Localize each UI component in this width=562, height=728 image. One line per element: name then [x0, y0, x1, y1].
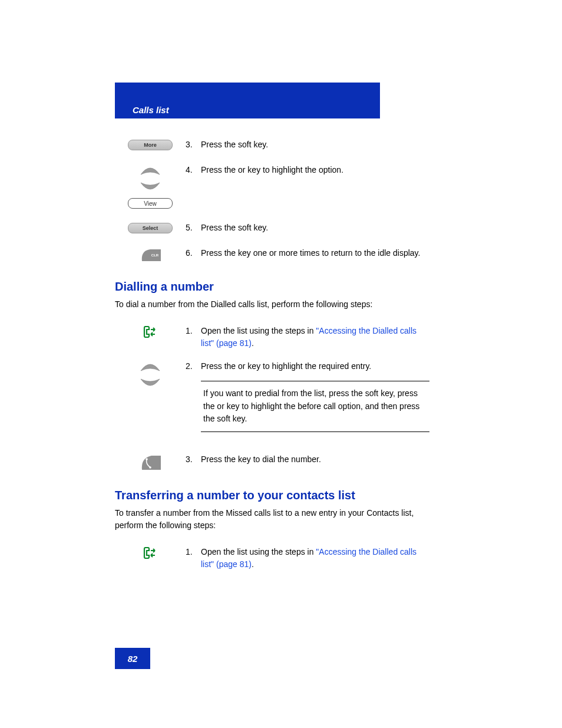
step-row: CLR 6. Press the key one or more times t… [115, 247, 447, 262]
step-number: 3. [186, 453, 201, 466]
transfer-intro: To transfer a number from the Missed cal… [115, 507, 447, 532]
step-text: Press the soft key. [201, 222, 447, 234]
view-softkey-icon: View [128, 198, 173, 209]
clr-key-icon: CLR [138, 248, 162, 262]
step-text: Open the list using the steps in "Access… [201, 546, 447, 571]
step-number: 1. [186, 325, 201, 337]
transfer-heading: Transferring a number to your contacts l… [115, 489, 447, 502]
step-number: 3. [186, 139, 201, 151]
svg-point-1 [146, 458, 148, 460]
step-row: 1. Open the list using the steps in "Acc… [115, 325, 447, 350]
call-key-icon [138, 454, 162, 471]
step-text: Press the key to dial the number. [201, 453, 447, 466]
dialled-calls-icon [142, 326, 158, 338]
dialling-heading: Dialling a number [115, 280, 447, 294]
svg-point-2 [149, 466, 151, 469]
page-header: Calls list [115, 83, 380, 118]
page-number: 82 [115, 648, 150, 669]
step-number: 4. [186, 164, 201, 176]
dialling-steps: 1. Open the list using the steps in "Acc… [115, 325, 447, 471]
dialled-calls-icon [142, 547, 158, 559]
step-row: 2. Press the or key to highlight the req… [115, 360, 447, 443]
step-number: 2. [186, 360, 201, 373]
header-title: Calls list [133, 105, 169, 115]
transfer-steps: 1. Open the list using the steps in "Acc… [115, 546, 447, 571]
step-row: 3. Press the key to dial the number. [115, 453, 447, 471]
svg-text:CLR: CLR [151, 253, 159, 257]
step-number: 6. [186, 247, 201, 259]
more-softkey-icon: More [128, 140, 173, 150]
nav-down-icon [138, 378, 162, 388]
step-row: Select 5. Press the soft key. [115, 222, 447, 234]
section1-steps: More 3. Press the soft key. View 4. Pres… [115, 139, 447, 262]
step-row: View 4. Press the or key to highlight th… [115, 164, 447, 209]
nav-up-icon [138, 361, 162, 372]
dialling-intro: To dial a number from the Dialled calls … [115, 298, 447, 311]
step-text: Press the or key to highlight the option… [201, 164, 447, 176]
step-text: Open the list using the steps in "Access… [201, 325, 447, 350]
tip-note: If you want to predial from the list, pr… [201, 381, 429, 432]
nav-down-icon [138, 182, 162, 192]
nav-up-icon [138, 165, 162, 176]
step-row: More 3. Press the soft key. [115, 139, 447, 151]
step-row: 1. Open the list using the steps in "Acc… [115, 546, 447, 571]
step-number: 5. [186, 222, 201, 234]
step-number: 1. [186, 546, 201, 558]
step-text: Press the key one or more times to retur… [201, 247, 447, 259]
step-text: Press the or key to highlight the requir… [201, 360, 429, 373]
step-text: Press the soft key. [201, 139, 447, 151]
select-softkey-icon: Select [128, 223, 173, 233]
